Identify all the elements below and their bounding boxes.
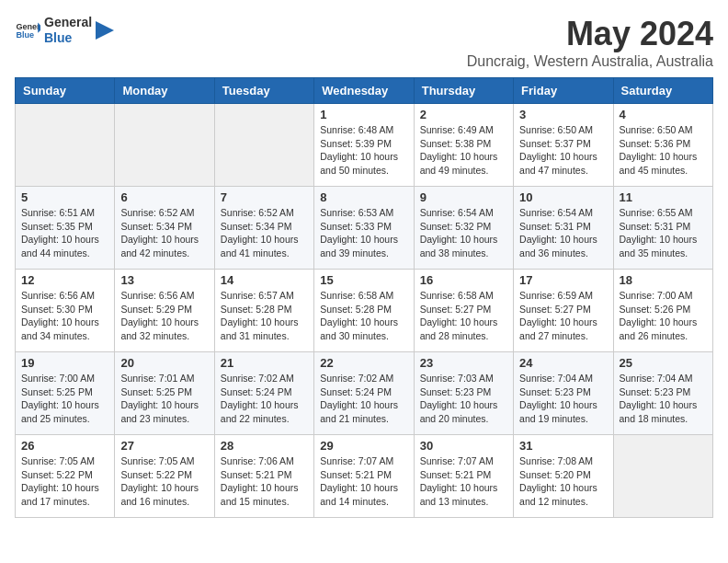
col-wednesday: Wednesday bbox=[314, 78, 414, 104]
day-number: 24 bbox=[519, 356, 607, 370]
calendar-cell: 28Sunrise: 7:06 AMSunset: 5:21 PMDayligh… bbox=[214, 435, 313, 518]
day-info: Sunrise: 6:54 AMSunset: 5:31 PMDaylight:… bbox=[519, 206, 607, 260]
day-number: 21 bbox=[221, 356, 308, 370]
calendar-cell: 22Sunrise: 7:02 AMSunset: 5:24 PMDayligh… bbox=[314, 352, 414, 435]
calendar-cell: 10Sunrise: 6:54 AMSunset: 5:31 PMDayligh… bbox=[514, 187, 613, 270]
day-number: 18 bbox=[620, 273, 707, 287]
logo: General Blue General Blue bbox=[15, 15, 114, 46]
calendar-title: May 2024 bbox=[467, 15, 713, 53]
day-info: Sunrise: 6:54 AMSunset: 5:32 PMDaylight:… bbox=[420, 206, 507, 260]
calendar-row-4: 19Sunrise: 7:00 AMSunset: 5:25 PMDayligh… bbox=[16, 352, 713, 435]
day-info: Sunrise: 6:52 AMSunset: 5:34 PMDaylight:… bbox=[221, 206, 308, 260]
svg-text:Blue: Blue bbox=[16, 30, 34, 40]
day-number: 22 bbox=[320, 356, 407, 370]
day-number: 3 bbox=[519, 108, 607, 121]
day-number: 14 bbox=[221, 273, 308, 287]
col-tuesday: Tuesday bbox=[214, 78, 313, 104]
day-number: 1 bbox=[320, 108, 407, 121]
calendar-cell: 13Sunrise: 6:56 AMSunset: 5:29 PMDayligh… bbox=[115, 270, 214, 352]
day-info: Sunrise: 7:02 AMSunset: 5:24 PMDaylight:… bbox=[320, 372, 407, 426]
day-info: Sunrise: 7:07 AMSunset: 5:21 PMDaylight:… bbox=[420, 454, 507, 509]
calendar-cell bbox=[214, 104, 313, 187]
calendar-cell: 1Sunrise: 6:48 AMSunset: 5:39 PMDaylight… bbox=[314, 104, 414, 187]
day-info: Sunrise: 6:50 AMSunset: 5:36 PMDaylight:… bbox=[620, 123, 707, 178]
day-number: 2 bbox=[420, 108, 507, 121]
day-number: 6 bbox=[120, 190, 208, 204]
day-info: Sunrise: 6:51 AMSunset: 5:35 PMDaylight:… bbox=[21, 206, 108, 260]
day-info: Sunrise: 7:03 AMSunset: 5:23 PMDaylight:… bbox=[420, 372, 507, 426]
calendar-table: Sunday Monday Tuesday Wednesday Thursday… bbox=[15, 77, 713, 518]
calendar-cell: 9Sunrise: 6:54 AMSunset: 5:32 PMDaylight… bbox=[414, 187, 513, 270]
calendar-cell bbox=[613, 435, 712, 518]
day-number: 23 bbox=[420, 356, 507, 370]
calendar-cell: 2Sunrise: 6:49 AMSunset: 5:38 PMDaylight… bbox=[414, 104, 513, 187]
day-info: Sunrise: 6:56 AMSunset: 5:30 PMDaylight:… bbox=[21, 289, 108, 343]
calendar-cell: 16Sunrise: 6:58 AMSunset: 5:27 PMDayligh… bbox=[414, 270, 513, 352]
calendar-subtitle: Duncraig, Western Australia, Australia bbox=[467, 53, 713, 70]
logo-arrow-icon bbox=[96, 17, 114, 43]
logo-icon: General Blue bbox=[15, 17, 40, 43]
day-info: Sunrise: 6:59 AMSunset: 5:27 PMDaylight:… bbox=[519, 289, 607, 343]
day-info: Sunrise: 6:49 AMSunset: 5:38 PMDaylight:… bbox=[420, 123, 507, 178]
calendar-cell: 21Sunrise: 7:02 AMSunset: 5:24 PMDayligh… bbox=[214, 352, 313, 435]
calendar-cell: 29Sunrise: 7:07 AMSunset: 5:21 PMDayligh… bbox=[314, 435, 414, 518]
day-info: Sunrise: 7:00 AMSunset: 5:25 PMDaylight:… bbox=[21, 372, 108, 426]
day-number: 13 bbox=[120, 273, 208, 287]
calendar-cell: 15Sunrise: 6:58 AMSunset: 5:28 PMDayligh… bbox=[314, 270, 414, 352]
day-number: 7 bbox=[221, 190, 308, 204]
day-info: Sunrise: 7:06 AMSunset: 5:21 PMDaylight:… bbox=[221, 454, 308, 509]
col-monday: Monday bbox=[115, 78, 214, 104]
day-info: Sunrise: 7:08 AMSunset: 5:20 PMDaylight:… bbox=[519, 454, 607, 509]
calendar-cell: 27Sunrise: 7:05 AMSunset: 5:22 PMDayligh… bbox=[115, 435, 214, 518]
day-number: 17 bbox=[519, 273, 607, 287]
day-info: Sunrise: 7:01 AMSunset: 5:25 PMDaylight:… bbox=[120, 372, 208, 426]
day-info: Sunrise: 7:00 AMSunset: 5:26 PMDaylight:… bbox=[620, 289, 707, 343]
day-number: 31 bbox=[519, 439, 607, 453]
day-number: 16 bbox=[420, 273, 507, 287]
calendar-cell: 8Sunrise: 6:53 AMSunset: 5:33 PMDaylight… bbox=[314, 187, 414, 270]
day-number: 10 bbox=[519, 190, 607, 204]
col-thursday: Thursday bbox=[414, 78, 513, 104]
calendar-cell: 18Sunrise: 7:00 AMSunset: 5:26 PMDayligh… bbox=[613, 270, 712, 352]
calendar-row-3: 12Sunrise: 6:56 AMSunset: 5:30 PMDayligh… bbox=[16, 270, 713, 352]
calendar-row-5: 26Sunrise: 7:05 AMSunset: 5:22 PMDayligh… bbox=[16, 435, 713, 518]
day-info: Sunrise: 6:48 AMSunset: 5:39 PMDaylight:… bbox=[320, 123, 407, 178]
day-number: 27 bbox=[120, 439, 208, 453]
day-number: 25 bbox=[620, 356, 707, 370]
day-info: Sunrise: 7:05 AMSunset: 5:22 PMDaylight:… bbox=[21, 454, 108, 509]
day-info: Sunrise: 6:52 AMSunset: 5:34 PMDaylight:… bbox=[120, 206, 208, 260]
calendar-cell: 14Sunrise: 6:57 AMSunset: 5:28 PMDayligh… bbox=[214, 270, 313, 352]
day-info: Sunrise: 6:50 AMSunset: 5:37 PMDaylight:… bbox=[519, 123, 607, 178]
calendar-cell: 4Sunrise: 6:50 AMSunset: 5:36 PMDaylight… bbox=[613, 104, 712, 187]
day-info: Sunrise: 7:07 AMSunset: 5:21 PMDaylight:… bbox=[320, 454, 407, 509]
calendar-cell: 31Sunrise: 7:08 AMSunset: 5:20 PMDayligh… bbox=[514, 435, 613, 518]
day-number: 12 bbox=[21, 273, 108, 287]
calendar-cell: 5Sunrise: 6:51 AMSunset: 5:35 PMDaylight… bbox=[16, 187, 115, 270]
calendar-cell: 11Sunrise: 6:55 AMSunset: 5:31 PMDayligh… bbox=[613, 187, 712, 270]
calendar-cell: 12Sunrise: 6:56 AMSunset: 5:30 PMDayligh… bbox=[16, 270, 115, 352]
day-number: 19 bbox=[21, 356, 108, 370]
day-number: 8 bbox=[320, 190, 407, 204]
day-info: Sunrise: 6:56 AMSunset: 5:29 PMDaylight:… bbox=[120, 289, 208, 343]
day-number: 28 bbox=[221, 439, 308, 453]
title-block: May 2024 Duncraig, Western Australia, Au… bbox=[467, 15, 713, 70]
day-number: 26 bbox=[21, 439, 108, 453]
col-saturday: Saturday bbox=[613, 78, 712, 104]
calendar-cell bbox=[16, 104, 115, 187]
calendar-cell: 20Sunrise: 7:01 AMSunset: 5:25 PMDayligh… bbox=[115, 352, 214, 435]
day-info: Sunrise: 6:58 AMSunset: 5:27 PMDaylight:… bbox=[420, 289, 507, 343]
day-info: Sunrise: 7:04 AMSunset: 5:23 PMDaylight:… bbox=[519, 372, 607, 426]
day-info: Sunrise: 6:58 AMSunset: 5:28 PMDaylight:… bbox=[320, 289, 407, 343]
day-info: Sunrise: 7:04 AMSunset: 5:23 PMDaylight:… bbox=[620, 372, 707, 426]
day-info: Sunrise: 6:53 AMSunset: 5:33 PMDaylight:… bbox=[320, 206, 407, 260]
day-info: Sunrise: 6:55 AMSunset: 5:31 PMDaylight:… bbox=[620, 206, 707, 260]
day-number: 9 bbox=[420, 190, 507, 204]
calendar-cell: 24Sunrise: 7:04 AMSunset: 5:23 PMDayligh… bbox=[514, 352, 613, 435]
calendar-cell: 25Sunrise: 7:04 AMSunset: 5:23 PMDayligh… bbox=[613, 352, 712, 435]
col-sunday: Sunday bbox=[16, 78, 115, 104]
day-number: 11 bbox=[620, 190, 707, 204]
day-number: 15 bbox=[320, 273, 407, 287]
calendar-row-1: 1Sunrise: 6:48 AMSunset: 5:39 PMDaylight… bbox=[16, 104, 713, 187]
calendar-cell: 17Sunrise: 6:59 AMSunset: 5:27 PMDayligh… bbox=[514, 270, 613, 352]
day-number: 29 bbox=[320, 439, 407, 453]
